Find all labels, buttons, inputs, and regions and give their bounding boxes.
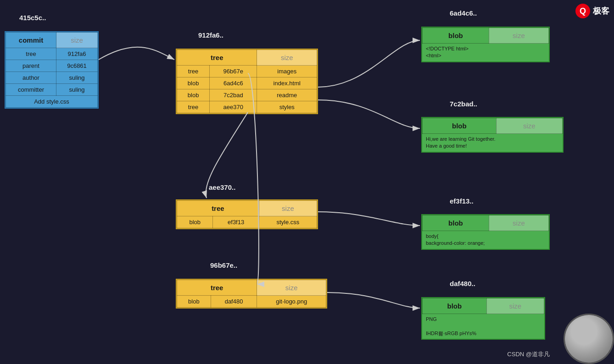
t3-r1-hash: daf480 — [211, 296, 257, 308]
blob-7c2bad-content: Hi,we are learning Git together. Have a … — [422, 134, 563, 152]
t1-r2-hash: 6ad4c6 — [210, 77, 257, 89]
blob-ef3f13-size: size — [489, 215, 548, 231]
tree-912fa6-row1: tree 96b67e images — [177, 66, 317, 77]
commit-row-tree: tree 912fa6 — [6, 48, 98, 60]
tree-aee370-box: tree size blob ef3f13 style.css — [176, 199, 318, 229]
watermark-text: 极客 — [593, 6, 609, 17]
blob-ef3f13-title-row: blob size — [423, 215, 549, 231]
tree-96b67e-title-row: tree size — [177, 280, 326, 296]
blob-6ad4c6-size: size — [489, 28, 548, 44]
watermark: Q 极客 — [575, 4, 609, 18]
tree-912fa6-box: tree size tree 96b67e images blob 6ad4c6… — [176, 49, 318, 114]
tree-aee370-title-row: tree size — [177, 201, 317, 216]
t1-r2-name: index.html — [257, 77, 317, 89]
commit-author-val: suling — [56, 72, 98, 84]
commit-hash-label: 415c5c.. — [19, 14, 46, 22]
commit-message: Add style.css — [6, 96, 98, 108]
blob-ef3f13-box: blob size body{ background-color: orange… — [421, 214, 550, 250]
tree-aee370-title: tree — [177, 201, 259, 216]
csdn-label: CSDN @道非凡 — [507, 350, 550, 358]
blob-7c2bad-box: blob size Hi,we are learning Git togethe… — [421, 117, 564, 153]
tree-96b67e-title: tree — [177, 280, 257, 296]
t1-r4-type: tree — [177, 101, 210, 113]
t1-r2-type: blob — [177, 77, 210, 89]
arrow-96b67e-to-daf480 — [327, 292, 420, 308]
blob-6ad4c6-box: blob size <!DOCTYPE html> <html> — [421, 27, 550, 62]
commit-row-author: author suling — [6, 72, 98, 84]
t2-r1-hash: ef3f13 — [213, 216, 259, 228]
blob-6ad4c6-title: blob — [423, 28, 489, 44]
tree-912fa6-row3: blob 7c2bad readme — [177, 89, 317, 101]
commit-title: commit — [6, 33, 56, 48]
t1-r1-hash: 96b67e — [210, 66, 257, 77]
t1-r4-name: styles — [257, 101, 317, 113]
tree-aee370-row1: blob ef3f13 style.css — [177, 216, 317, 228]
t3-r1-name: git-logo.png — [257, 296, 326, 308]
blob-daf480-title: blob — [423, 298, 487, 314]
blob-ef3f13-content: body{ background-color: orange; — [422, 231, 549, 249]
commit-committer-val: suling — [56, 84, 98, 96]
blob-daf480-size: size — [486, 298, 544, 314]
commit-tree-key: tree — [6, 48, 56, 60]
tree-96b67e-hash-label: 96b67e.. — [210, 261, 237, 269]
t1-r1-name: images — [257, 66, 317, 77]
commit-parent-key: parent — [6, 60, 56, 72]
arrow-912-to-6ad4c6 — [318, 40, 420, 87]
tree-aee370-size: size — [259, 201, 317, 216]
t3-r1-type: blob — [177, 296, 211, 308]
t1-r3-type: blob — [177, 89, 210, 101]
diagram-container: Q 极客 CSDN @道非凡 415c5c.. commit size tree… — [0, 0, 614, 364]
tree-96b67e-size: size — [257, 280, 326, 296]
arrow-aee370-to-ef3f13 — [318, 212, 420, 226]
tree-912fa6-size: size — [257, 50, 317, 66]
blob-7c2bad-hash-label: 7c2bad.. — [450, 100, 477, 108]
commit-committer-key: committer — [6, 84, 56, 96]
t1-r3-hash: 7c2bad — [210, 89, 257, 101]
commit-row-message: Add style.css — [6, 96, 98, 108]
arrow-commit-to-tree912 — [99, 47, 174, 60]
blob-daf480-content: PNG IHDR뢣·sRGB pHYs% — [422, 314, 544, 339]
avatar — [564, 314, 614, 364]
t2-r1-type: blob — [177, 216, 213, 228]
t2-r1-name: style.css — [259, 216, 317, 228]
blob-6ad4c6-title-row: blob size — [423, 28, 549, 44]
blob-daf480-box: blob size PNG IHDR뢣·sRGB pHYs% — [421, 297, 545, 340]
tree-aee370-hash-label: aee370.. — [209, 183, 235, 191]
watermark-icon: Q — [575, 4, 590, 18]
arrow-912-to-7c2bad — [318, 100, 420, 128]
tree-912fa6-title-row: tree size — [177, 50, 317, 66]
blob-daf480-title-row: blob size — [423, 298, 544, 314]
tree-912fa6-title: tree — [177, 50, 257, 66]
blob-7c2bad-size: size — [496, 118, 562, 134]
tree-912fa6-row2: blob 6ad4c6 index.html — [177, 77, 317, 89]
blob-ef3f13-title: blob — [423, 215, 489, 231]
t1-r1-type: tree — [177, 66, 210, 77]
blob-daf480-hash-label: daf480.. — [450, 280, 475, 287]
tree-912fa6-hash-label: 912fa6.. — [198, 31, 223, 39]
blob-7c2bad-title-row: blob size — [423, 118, 563, 134]
tree-912fa6-row4: tree aee370 styles — [177, 101, 317, 113]
blob-ef3f13-hash-label: ef3f13.. — [450, 197, 474, 205]
blob-7c2bad-title: blob — [423, 118, 497, 134]
commit-row-committer: committer suling — [6, 84, 98, 96]
commit-box: commit size tree 912fa6 parent 9c6861 au… — [5, 31, 99, 109]
blob-6ad4c6-hash-label: 6ad4c6.. — [450, 9, 477, 17]
commit-size-label: size — [56, 33, 98, 48]
commit-tree-val: 912fa6 — [56, 48, 98, 60]
tree-96b67e-box: tree size blob daf480 git-logo.png — [176, 279, 327, 309]
t1-r4-hash: aee370 — [210, 101, 257, 113]
blob-6ad4c6-content: <!DOCTYPE html> <html> — [422, 44, 549, 61]
commit-author-key: author — [6, 72, 56, 84]
commit-row-parent: parent 9c6861 — [6, 60, 98, 72]
commit-title-row: commit size — [6, 33, 98, 48]
t1-r3-name: readme — [257, 89, 317, 101]
tree-96b67e-row1: blob daf480 git-logo.png — [177, 296, 326, 308]
commit-parent-val: 9c6861 — [56, 60, 98, 72]
